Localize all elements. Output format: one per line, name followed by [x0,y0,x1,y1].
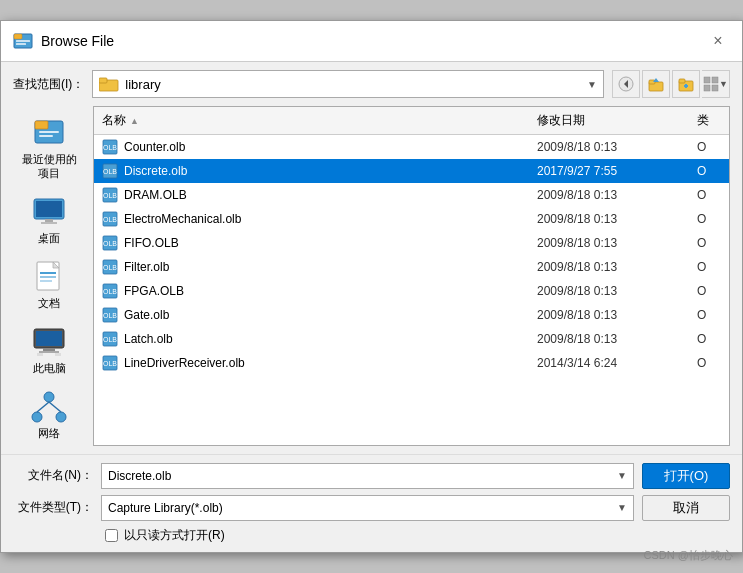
search-label: 查找范围(I)： [13,76,84,93]
view-button[interactable]: ▼ [702,70,730,98]
sidebar-item-computer[interactable]: 此电脑 [15,319,83,380]
svg-rect-20 [35,121,48,129]
file-type-icon: OLB [102,283,118,299]
file-type-icon: OLB [102,307,118,323]
svg-rect-29 [40,272,56,274]
file-date: 2009/8/18 0:13 [529,138,689,156]
sidebar-label-recent: 最近使用的项目 [18,153,80,179]
svg-text:OLB: OLB [103,336,117,343]
combo-arrow: ▼ [587,79,597,90]
folder-icon [99,76,119,92]
sidebar-item-documents[interactable]: 文档 [15,254,83,315]
title-bar: Browse File × [1,21,742,62]
svg-line-41 [37,402,49,412]
app-icon [13,31,33,51]
file-type: O [689,186,729,204]
file-type: O [689,330,729,348]
network-icon [31,389,67,425]
file-date: 2009/8/18 0:13 [529,210,689,228]
toolbar-row: 查找范围(I)： library ▼ [1,62,742,106]
svg-rect-2 [16,40,30,42]
file-row[interactable]: OLB Discrete.olb 2017/9/27 7:55 O [94,159,729,183]
file-list-header: 名称 ▲ 修改日期 类 [94,107,729,135]
file-panel: 名称 ▲ 修改日期 类 OLB Counter.olb 2009/8/18 0:… [93,106,730,445]
filetype-row: 文件类型(T)： Capture Library(*.olb) ▼ 取消 [13,495,730,521]
path-combo[interactable]: library ▼ [92,70,604,98]
col-name-header[interactable]: 名称 ▲ [94,109,529,132]
file-list[interactable]: OLB Counter.olb 2009/8/18 0:13 O OLB Dis… [94,135,729,444]
file-type: O [689,210,729,228]
svg-rect-25 [45,219,53,222]
sidebar-item-desktop[interactable]: 桌面 [15,189,83,250]
sidebar-label-documents: 文档 [38,297,60,310]
readonly-checkbox[interactable] [105,529,118,542]
svg-rect-34 [43,348,55,351]
svg-point-39 [32,412,42,422]
svg-text:OLB: OLB [103,240,117,247]
file-row[interactable]: OLB ElectroMechanical.olb 2009/8/18 0:13… [94,207,729,231]
svg-rect-37 [55,353,61,356]
svg-line-42 [49,402,61,412]
svg-rect-22 [39,135,53,137]
filename-combo[interactable]: Discrete.olb ▼ [101,463,634,489]
filetype-value: Capture Library(*.olb) [108,501,223,515]
new-folder-button[interactable] [672,70,700,98]
file-row[interactable]: OLB Filter.olb 2009/8/18 0:13 O [94,255,729,279]
sort-arrow: ▲ [130,116,139,126]
file-type-icon: OLB [102,331,118,347]
svg-point-38 [44,392,54,402]
sidebar-item-recent[interactable]: 最近使用的项目 [15,110,83,184]
file-row[interactable]: OLB FIFO.OLB 2009/8/18 0:13 O [94,231,729,255]
browse-file-dialog: Browse File × 查找范围(I)： library ▼ [0,20,743,552]
back-button[interactable] [612,70,640,98]
svg-text:OLB: OLB [103,144,117,151]
filename-value: Discrete.olb [108,469,171,483]
open-button[interactable]: 打开(O) [642,463,730,489]
svg-text:OLB: OLB [103,216,117,223]
file-row[interactable]: OLB Gate.olb 2009/8/18 0:13 O [94,303,729,327]
file-name: OLB DRAM.OLB [94,185,529,205]
file-row[interactable]: OLB FPGA.OLB 2009/8/18 0:13 O [94,279,729,303]
sidebar-item-network[interactable]: 网络 [15,384,83,445]
sidebar: 最近使用的项目 桌面 [13,106,85,445]
col-date-header[interactable]: 修改日期 [529,109,689,132]
file-name: OLB FPGA.OLB [94,281,529,301]
file-row[interactable]: OLB Counter.olb 2009/8/18 0:13 O [94,135,729,159]
svg-point-40 [56,412,66,422]
up-folder-button[interactable] [642,70,670,98]
computer-icon [31,324,67,360]
sidebar-label-desktop: 桌面 [38,232,60,245]
file-type-icon: OLB [102,139,118,155]
file-row[interactable]: OLB Latch.olb 2009/8/18 0:13 O [94,327,729,351]
cancel-button[interactable]: 取消 [642,495,730,521]
svg-rect-35 [39,351,59,353]
file-type-icon: OLB [102,235,118,251]
file-name: OLB Gate.olb [94,305,529,325]
svg-rect-18 [712,85,718,91]
filetype-label: 文件类型(T)： [13,499,93,516]
new-folder-icon [678,76,694,92]
svg-rect-24 [36,201,62,217]
svg-text:OLB: OLB [103,312,117,319]
svg-text:OLB: OLB [103,168,117,175]
file-row[interactable]: OLB LineDriverReceiver.olb 2014/3/14 6:2… [94,351,729,375]
col-type-header[interactable]: 类 [689,109,729,132]
file-name: OLB Filter.olb [94,257,529,277]
readonly-row: 以只读方式打开(R) [13,527,730,544]
svg-text:OLB: OLB [103,192,117,199]
file-type: O [689,282,729,300]
file-date: 2009/8/18 0:13 [529,234,689,252]
filetype-combo[interactable]: Capture Library(*.olb) ▼ [101,495,634,521]
file-date: 2009/8/18 0:13 [529,258,689,276]
file-date: 2009/8/18 0:13 [529,330,689,348]
file-name: OLB Discrete.olb [94,161,529,181]
filetype-combo-arrow: ▼ [617,502,627,513]
svg-rect-36 [37,353,43,356]
file-type: O [689,258,729,276]
file-row[interactable]: OLB DRAM.OLB 2009/8/18 0:13 O [94,183,729,207]
file-date: 2009/8/18 0:13 [529,282,689,300]
view-dropdown-arrow: ▼ [719,79,728,89]
close-button[interactable]: × [706,29,730,53]
file-name: OLB Counter.olb [94,137,529,157]
readonly-label[interactable]: 以只读方式打开(R) [124,527,225,544]
